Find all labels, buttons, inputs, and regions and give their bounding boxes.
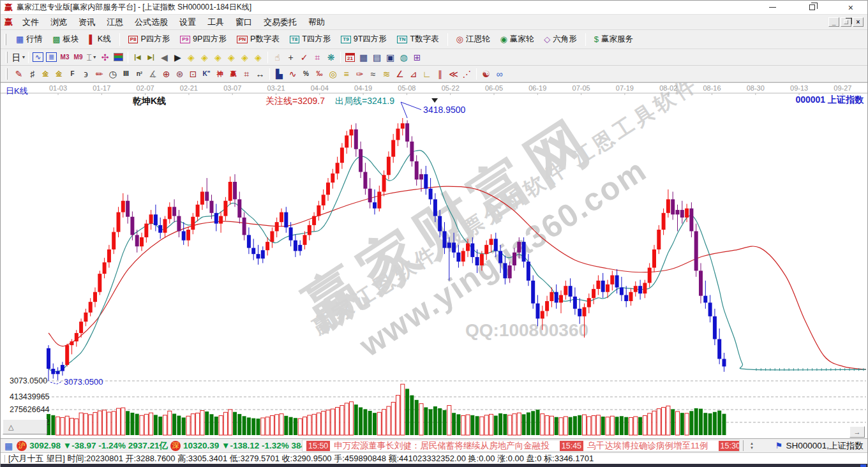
gold-section2-icon[interactable]: 金 <box>52 68 66 80</box>
nav-next-icon[interactable]: ▶ <box>171 51 184 64</box>
gold-lines-icon[interactable]: ≡ <box>340 68 353 80</box>
width-measure-icon[interactable]: ↔ <box>253 68 267 80</box>
shanghai-icon[interactable]: 沪 <box>17 441 27 451</box>
diamond-shrink-icon[interactable]: ◈ <box>251 51 265 64</box>
nav-prev-icon[interactable]: ◀ <box>158 51 171 64</box>
f-line-icon[interactable]: ⊿ <box>407 68 420 80</box>
data-transfer-icon[interactable]: ⊞ <box>410 51 424 64</box>
p-table-button[interactable]: PNP数字表 <box>232 31 285 47</box>
save-icon[interactable]: ▣ <box>384 51 397 64</box>
child-close-button[interactable]: × <box>853 17 864 27</box>
menu-item-0[interactable]: 文件 <box>17 15 45 29</box>
menu-item-3[interactable]: 江恩 <box>101 15 129 29</box>
notepad-icon[interactable]: ▤ <box>370 51 384 64</box>
period-selector[interactable]: 日▼ <box>12 51 26 64</box>
n-square-icon[interactable]: n² <box>133 68 146 80</box>
shenzhen-index-quote[interactable]: 10320.39 ▼-138.12 -1.32% 3845.4 <box>183 441 318 450</box>
percent-line-icon[interactable]: ‰ <box>313 68 326 80</box>
spiral-icon[interactable]: ϶ <box>79 68 93 80</box>
pen-tool-icon[interactable]: ✎ <box>12 68 26 80</box>
fence-icon[interactable]: Ⅲ <box>119 68 133 80</box>
current-symbol[interactable]: SH000001,上证指数 <box>786 440 864 452</box>
ruler-icon[interactable]: ⌗ <box>240 68 253 80</box>
fibonacci-icon[interactable]: F <box>66 68 79 80</box>
news-text-1[interactable]: 乌干达埃博拉确诊病例增至11例 <box>587 440 708 452</box>
quote-list-icon[interactable]: ≣ <box>45 51 58 64</box>
gold-section-icon[interactable]: 金 <box>39 68 52 80</box>
gold-ring-icon[interactable]: ◎ <box>326 68 340 80</box>
child-restore-button[interactable] <box>841 17 851 27</box>
infinity-icon[interactable]: ∞ <box>493 68 506 80</box>
diamond-pan-left-icon[interactable]: ◈ <box>184 51 198 64</box>
angle-icon[interactable]: ∡ <box>146 68 160 80</box>
close-button[interactable]: × <box>848 3 853 12</box>
news-text-0[interactable]: 申万宏源董事长刘健：居民储蓄将继续从房地产向金融投 <box>334 440 550 452</box>
ying-tool-icon[interactable]: 赢 <box>227 68 240 80</box>
shenzhen-icon[interactable]: 深 <box>170 441 181 451</box>
wave-chart-icon[interactable]: ∿ <box>31 51 45 64</box>
gann-grid-icon[interactable]: ♯ <box>26 68 39 80</box>
news-scroll-control[interactable]: ▲▼ <box>750 441 754 450</box>
calculator-icon[interactable]: ▦ <box>357 51 370 64</box>
k-mark-icon[interactable]: K" <box>200 68 213 80</box>
magnet-tool-icon[interactable]: ✓ <box>297 51 311 64</box>
t-table-button[interactable]: TNT数字表 <box>392 31 444 47</box>
menu-item-6[interactable]: 工具 <box>202 15 230 29</box>
shanghai-index-quote[interactable]: 3092.98 ▼-38.97 -1.24% 2937.21亿 <box>29 440 168 452</box>
pen2-tool-icon[interactable]: ✏ <box>93 68 106 80</box>
trend-channel-icon[interactable]: ⋰ <box>460 68 474 80</box>
p-square-button[interactable]: P8P四方形 <box>123 31 176 47</box>
percent-icon[interactable]: % <box>299 68 313 80</box>
child-minimize-button[interactable]: _ <box>828 17 839 27</box>
restore-button[interactable] <box>809 4 815 10</box>
winner-wheel-button[interactable]: ◉赢家轮 <box>495 31 539 47</box>
menu-item-7[interactable]: 窗口 <box>230 15 258 29</box>
candle-style-icon[interactable]: ⌶▼ <box>85 51 98 64</box>
shen-tool-icon[interactable]: 神 <box>213 68 227 80</box>
diamond-expand-h-icon[interactable]: ◈ <box>211 51 225 64</box>
menu-item-8[interactable]: 交易委托 <box>258 15 303 29</box>
calendar-icon[interactable]: 21 <box>343 51 357 64</box>
kline-chart-area[interactable]: 赢家财富网 www.yingjia360.com 赢家江恩软件 股票分析软件 江… <box>1 82 867 438</box>
menu-item-5[interactable]: 设置 <box>174 15 202 29</box>
gold-angle-icon[interactable]: ∟ <box>420 68 433 80</box>
hand-tool-icon[interactable]: ☝ <box>271 51 284 64</box>
band-icon[interactable]: ≈ <box>366 68 380 80</box>
knot-tool-icon[interactable]: ❋ <box>324 51 338 64</box>
gold-band-icon[interactable]: ≋ <box>380 68 393 80</box>
kline-button[interactable]: ▌K线 <box>84 31 116 47</box>
color-chart-icon[interactable] <box>112 51 125 64</box>
menu-item-9[interactable]: 帮助 <box>303 15 331 29</box>
chart-9-icon[interactable]: M9 <box>71 51 85 64</box>
sectors-button[interactable]: ▩板块 <box>47 31 84 47</box>
diamond-pan-right-icon[interactable]: ◈ <box>198 51 211 64</box>
cycle-circle-icon[interactable]: ◷ <box>106 68 119 80</box>
fan-lines-icon[interactable]: ≪ <box>447 68 460 80</box>
nav-first-icon[interactable]: |◀ <box>131 51 144 64</box>
panel-expand-button[interactable]: △ <box>3 419 47 434</box>
9t-square-button[interactable]: T99T四方形 <box>336 31 391 47</box>
menu-item-4[interactable]: 公式选股 <box>129 15 174 29</box>
menu-item-2[interactable]: 资讯 <box>73 15 101 29</box>
grid-target-icon[interactable]: ⊡ <box>186 68 200 80</box>
percent-wave-icon[interactable]: ∿ <box>286 68 299 80</box>
chart-export-icon[interactable]: ◍ <box>397 51 410 64</box>
target-icon[interactable]: ⊕ <box>160 68 173 80</box>
market-grid-icon[interactable]: ▦ <box>4 441 13 451</box>
brush-tool-icon[interactable]: ✑ <box>353 68 366 80</box>
stat-columns-icon[interactable]: ▙ <box>273 68 286 80</box>
t-square-button[interactable]: T8T四方形 <box>285 31 336 47</box>
net-tool-icon[interactable]: ⌗ <box>311 51 324 64</box>
minimize-button[interactable] <box>769 7 776 8</box>
j-line-icon[interactable]: ∠ <box>393 68 407 80</box>
hexagon-button[interactable]: ◇六角形 <box>539 31 582 47</box>
pattern-icon[interactable]: ✣ <box>98 51 112 64</box>
speed-lines-icon[interactable]: ∥ <box>433 68 447 80</box>
9p-square-button[interactable]: P99P四方形 <box>175 31 232 47</box>
gann-wheel-button[interactable]: ◎江恩轮 <box>451 31 495 47</box>
scroll-right-button[interactable]: → <box>849 426 865 438</box>
diamond-expand-icon[interactable]: ◈ <box>238 51 251 64</box>
crosshair-icon[interactable]: + <box>284 51 297 64</box>
chart-3-icon[interactable]: M3 <box>58 51 71 64</box>
news-ticker[interactable]: 15:50申万宏源董事长刘健：居民储蓄将继续从房地产向金融投15:45乌干达埃博… <box>302 440 740 452</box>
